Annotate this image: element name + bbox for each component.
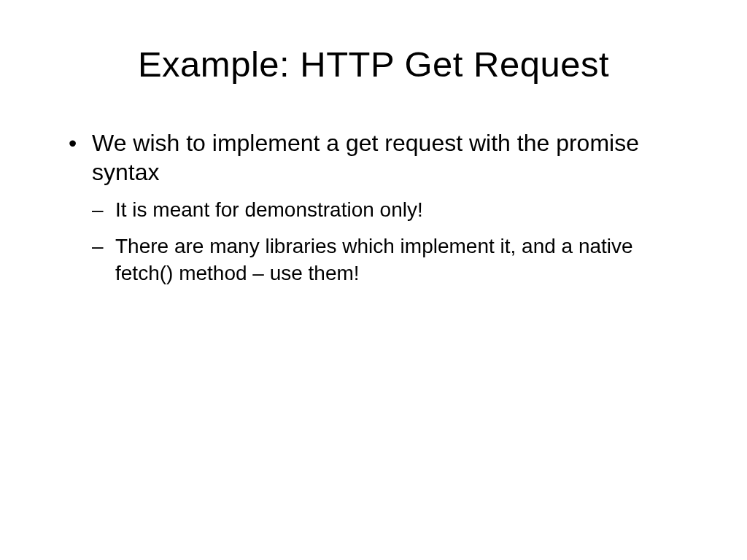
sub-bullet-text: It is meant for demonstration only! <box>115 198 423 221</box>
sub-bullet-text: There are many libraries which implement… <box>115 235 633 284</box>
bullet-item-sub: It is meant for demonstration only! <box>92 197 696 223</box>
slide-container: Example: HTTP Get Request We wish to imp… <box>0 0 747 560</box>
bullet-text: We wish to implement a get request with … <box>92 130 639 185</box>
bullet-list: We wish to implement a get request with … <box>51 128 696 287</box>
bullet-item-sub: There are many libraries which implement… <box>92 233 696 287</box>
slide-title: Example: HTTP Get Request <box>51 44 696 85</box>
sub-bullet-list: It is meant for demonstration only! Ther… <box>92 197 696 287</box>
bullet-item-main: We wish to implement a get request with … <box>69 128 696 287</box>
